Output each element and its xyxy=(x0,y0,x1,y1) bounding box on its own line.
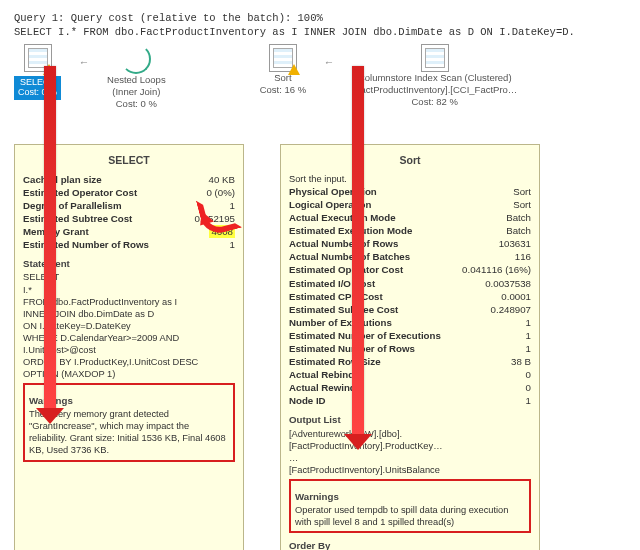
annotation-pointer xyxy=(200,195,230,225)
op-scan-cost: Cost: 82 % xyxy=(412,96,458,108)
op-nested-label: Nested Loops xyxy=(107,74,166,86)
query-line-1: Query 1: Query cost (relative to the bat… xyxy=(14,12,626,24)
op-colstore-scan[interactable]: Columnstore Index Scan (Clustered) [Fact… xyxy=(352,44,517,108)
arrow-icon: ← xyxy=(73,44,95,68)
table-icon xyxy=(421,44,449,72)
op-nested-loops[interactable]: Nested Loops (Inner Join) Cost: 0 % xyxy=(107,44,166,110)
op-sort-cost: Cost: 16 % xyxy=(260,84,306,96)
warning-icon xyxy=(288,64,300,75)
annotation-arrow-left xyxy=(44,66,56,410)
plan-diagram: SELECT Cost: 0 % ← Nested Loops (Inner J… xyxy=(14,44,626,110)
op-sort[interactable]: Sort Cost: 16 % xyxy=(260,44,306,96)
op-scan-sub: [FactProductInventory].[CCI_FactPro… xyxy=(352,84,517,96)
output-list-heading: Output List xyxy=(289,413,531,426)
tooltip-subtitle: Sort the input. xyxy=(289,173,531,185)
table-icon xyxy=(269,44,297,72)
output-list: [AdventureworksDW].[dbo]. [FactProductIn… xyxy=(289,428,531,476)
op-nested-cost: Cost: 0 % xyxy=(116,98,157,110)
order-by-heading: Order By xyxy=(289,539,531,550)
tooltip-title: Sort xyxy=(289,153,531,167)
loop-icon xyxy=(121,44,151,74)
op-nested-sub: (Inner Join) xyxy=(112,86,160,98)
tooltip-sort: Sort Sort the input. Physical OperationS… xyxy=(280,144,540,550)
op-scan-label: Columnstore Index Scan (Clustered) xyxy=(358,72,512,84)
arrow-icon: ← xyxy=(318,44,340,68)
query-line-2: SELECT I.* FROM dbo.FactProductInventory… xyxy=(14,26,626,38)
warnings-box: Warnings Operator used tempdb to spill d… xyxy=(289,479,531,533)
annotation-arrow-right xyxy=(352,66,364,436)
